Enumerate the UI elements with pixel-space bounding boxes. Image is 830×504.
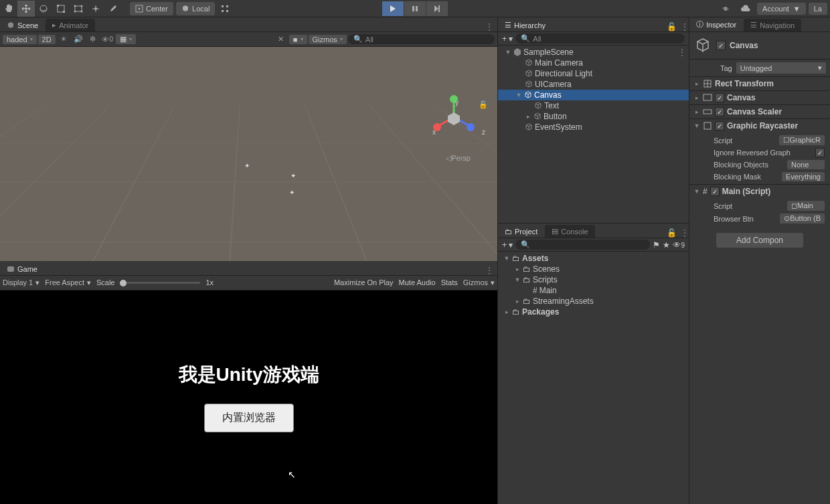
ignore-reversed-checkbox[interactable]: ✓ <box>815 148 825 157</box>
pivot-toggle[interactable]: Center <box>130 2 173 15</box>
hierarchy-item[interactable]: Main Camera <box>498 58 689 68</box>
tab-scene[interactable]: Scene <box>0 19 45 31</box>
account-dropdown[interactable]: Account▼ <box>757 3 806 15</box>
tab-hierarchy[interactable]: ☰Hierarchy <box>498 19 552 31</box>
tag-dropdown[interactable]: Untagged▾ <box>736 62 826 74</box>
scale-value: 1x <box>205 278 214 286</box>
hierarchy-item-canvas[interactable]: ▼Canvas <box>498 90 689 100</box>
project-folder[interactable]: ▼🗀Scripts <box>498 274 689 285</box>
tools-icon[interactable]: ✕ <box>274 33 288 46</box>
tab-console[interactable]: ▤Console <box>545 225 594 238</box>
cloud-icon[interactable] <box>737 1 754 17</box>
script-field[interactable]: ☐GraphicR <box>779 135 825 145</box>
component-header[interactable]: ▸✓Canvas Scaler <box>689 105 830 118</box>
scene-node[interactable]: ▼SampleScene⋮ <box>498 47 689 58</box>
panel-context-icon[interactable]: ⋮ <box>681 228 689 238</box>
create-dropdown[interactable]: + ▾ <box>502 34 513 44</box>
filter-icon[interactable]: ⚑ <box>653 240 660 250</box>
hierarchy-item[interactable]: UICamera <box>498 79 689 90</box>
transform-tool-icon[interactable] <box>87 1 104 17</box>
hierarchy-item[interactable]: Text <box>498 100 689 111</box>
blocking-objects-dropdown[interactable]: None <box>787 160 825 169</box>
gizmos-dropdown[interactable]: Gizmos▾ <box>309 35 347 44</box>
display-dropdown[interactable]: Display 1 ▾ <box>3 278 39 287</box>
lock-icon[interactable]: 🔓 <box>667 228 677 238</box>
add-component-button[interactable]: Add Compon <box>716 233 803 248</box>
hierarchy-search[interactable]: 🔍All <box>515 33 685 44</box>
blocking-mask-dropdown[interactable]: Everything <box>782 172 825 181</box>
scene-viewport[interactable]: ✦ ✦ ✦ y x z 🔓 ◁Persp <box>0 47 497 261</box>
panel-context-icon[interactable]: ⋮ <box>681 22 689 31</box>
stats-toggle[interactable]: Stats <box>441 278 458 286</box>
svg-rect-4 <box>75 6 82 11</box>
step-button[interactable] <box>426 1 448 16</box>
component-header[interactable]: ▼✓Graphic Raycaster <box>689 119 830 133</box>
hand-tool-icon[interactable] <box>0 1 17 17</box>
audio-icon[interactable]: 🔊 <box>72 33 85 46</box>
node-context-icon[interactable]: ⋮ <box>678 48 686 57</box>
tab-navigation[interactable]: ☰Navigation <box>744 19 801 31</box>
hidden-icon[interactable]: 👁0 <box>101 33 114 46</box>
hidden-icon[interactable]: 👁9 <box>673 240 685 250</box>
object-name[interactable]: Canvas <box>730 41 758 50</box>
rect-tool-icon[interactable] <box>70 1 87 17</box>
mute-audio[interactable]: Mute Audio <box>399 278 436 286</box>
view-dropdown[interactable]: ■▾ <box>289 35 307 44</box>
tab-inspector[interactable]: ⓘInspector <box>689 17 743 31</box>
lighting-icon[interactable]: ☀ <box>57 33 70 46</box>
hierarchy-item[interactable]: Directional Light <box>498 68 689 79</box>
custom-tool-icon[interactable] <box>104 1 122 17</box>
snap-tool-icon[interactable] <box>216 1 234 17</box>
collab-icon[interactable] <box>717 1 734 17</box>
component-checkbox[interactable]: ✓ <box>715 107 724 116</box>
scene-search[interactable]: 🔍All <box>348 34 495 44</box>
packages-folder[interactable]: ▸🗀Packages <box>498 307 689 317</box>
hierarchy-item[interactable]: EventSystem <box>498 122 689 133</box>
play-button[interactable] <box>382 1 404 16</box>
lock-icon[interactable]: 🔓 <box>667 22 677 31</box>
shading-dropdown[interactable]: haded▾ <box>3 35 37 44</box>
tab-project[interactable]: 🗀Project <box>498 226 544 238</box>
perspective-label[interactable]: ◁Persp <box>446 154 471 163</box>
component-header[interactable]: ▼#✓Main (Script) <box>689 185 830 198</box>
project-folder[interactable]: ▸🗀Scenes <box>498 264 689 274</box>
favorite-icon[interactable]: ★ <box>663 240 670 250</box>
browser-btn-field[interactable]: ⊙Button (B <box>780 214 825 224</box>
project-search[interactable]: 🔍 <box>515 240 650 250</box>
project-folder[interactable]: ▸🗀StreamingAssets <box>498 296 689 307</box>
game-icon <box>7 265 15 273</box>
game-viewport[interactable]: 我是Unity游戏端 内置浏览器 ↖ <box>0 290 497 505</box>
tab-game[interactable]: Game <box>0 263 44 275</box>
2d-toggle[interactable]: 2D <box>38 35 56 44</box>
assets-folder[interactable]: ▼🗀Assets <box>498 253 689 264</box>
browser-button[interactable]: 内置浏览器 <box>204 404 294 432</box>
tab-animator[interactable]: ▸Animator <box>46 19 95 31</box>
rotate-tool-icon[interactable] <box>35 1 52 17</box>
hierarchy-item[interactable]: ▸Button <box>498 111 689 122</box>
pause-button[interactable] <box>404 1 426 16</box>
scale-tool-icon[interactable] <box>52 1 70 17</box>
space-toggle[interactable]: Local <box>176 2 215 15</box>
fx-icon[interactable]: ✼ <box>86 33 100 46</box>
maximize-on-play[interactable]: Maximize On Play <box>334 278 394 286</box>
main-script-component: ▼#✓Main (Script) Script◻Main Browser Btn… <box>689 184 830 226</box>
lock-icon[interactable]: 🔓 <box>479 100 488 109</box>
component-checkbox[interactable]: ✓ <box>715 93 724 102</box>
orientation-gizmo[interactable] <box>430 94 477 141</box>
active-checkbox[interactable]: ✓ <box>716 41 726 50</box>
component-checkbox[interactable]: ✓ <box>715 121 724 131</box>
component-header[interactable]: ▸Rect Transform <box>689 77 830 90</box>
component-header[interactable]: ▸✓Canvas <box>689 91 830 104</box>
scene-context-icon[interactable]: ⋮ <box>481 22 497 31</box>
move-tool-icon[interactable] <box>17 1 35 17</box>
scale-slider[interactable] <box>120 282 200 284</box>
project-file[interactable]: #Main <box>498 285 689 296</box>
aspect-dropdown[interactable]: Free Aspect ▾ <box>45 278 91 287</box>
component-checkbox[interactable]: ✓ <box>710 187 720 196</box>
script-field[interactable]: ◻Main <box>787 201 825 211</box>
layers-dropdown[interactable]: La <box>809 3 827 15</box>
camera-dropdown[interactable]: ▦▾ <box>116 34 136 44</box>
game-context-icon[interactable]: ⋮ <box>481 266 497 275</box>
game-gizmos-dropdown[interactable]: Gizmos ▾ <box>463 278 495 287</box>
create-dropdown[interactable]: + ▾ <box>502 240 513 250</box>
